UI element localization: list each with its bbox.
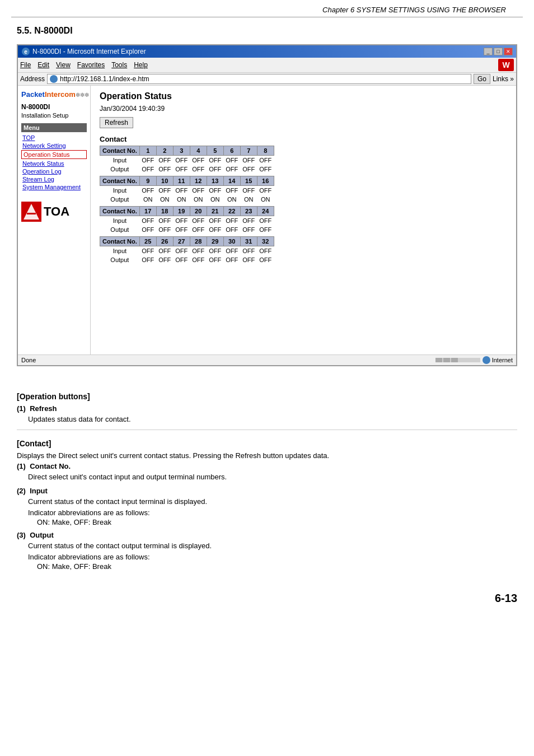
contact-table-4: Contact No. 25 26 27 28 29 30 31 32 Inpu… — [100, 236, 274, 264]
contact-header-20: 20 — [190, 207, 207, 216]
restore-button[interactable]: □ — [494, 48, 503, 55]
ie-logo-icon: W — [498, 59, 514, 71]
doc-refresh-desc: Updates status data for contact. — [17, 414, 517, 425]
input-3-2: OFF — [156, 216, 173, 226]
doc-contact-no-desc: Direct select unit's contact input and o… — [17, 472, 517, 483]
output-1-8: OFF — [257, 165, 274, 174]
browser-titlebar: e N-8000DI - Microsoft Internet Explorer… — [18, 45, 516, 58]
output-2-3: ON — [173, 195, 190, 204]
contact-header-32: 32 — [257, 237, 274, 246]
datetime: Jan/30/2004 19:40:39 — [100, 105, 507, 113]
contact-header-2: 2 — [156, 146, 173, 156]
svg-text:e: e — [24, 49, 27, 55]
minimize-button[interactable]: _ — [484, 48, 493, 55]
input-1-7: OFF — [240, 156, 257, 165]
doc-output-extra1: Indicator abbreviations are as follows: — [17, 552, 517, 563]
address-label: Address — [20, 75, 45, 83]
address-field[interactable]: http://192.168.1.1/index-e.htm — [47, 74, 471, 84]
output-3-3: OFF — [173, 225, 190, 234]
output-4-7: OFF — [240, 255, 257, 264]
contact-header-6: 6 — [223, 146, 240, 156]
doc-contact-no-title: (1) Contact No. — [17, 462, 517, 470]
sidebar-link-operation-status[interactable]: Operation Status — [21, 150, 87, 159]
input-3-6: OFF — [223, 216, 240, 226]
browser-content: PacketIntercom✽✽✽ N-8000DI Installation … — [18, 86, 516, 354]
contact-header-label-3: Contact No. — [100, 207, 140, 216]
input-4-1: OFF — [139, 246, 156, 256]
doc-refresh-title: (1) Refresh — [17, 404, 517, 413]
menu-help[interactable]: Help — [134, 61, 148, 69]
browser-window: e N-8000DI - Microsoft Internet Explorer… — [17, 44, 517, 366]
input-1-2: OFF — [156, 156, 173, 165]
ie-icon: e — [21, 47, 30, 56]
output-1-7: OFF — [240, 165, 257, 174]
doc-input-desc: Current status of the contact input term… — [17, 496, 517, 507]
contact-header-12: 12 — [190, 176, 207, 186]
browser-statusbar: Done Internet — [18, 354, 516, 365]
input-2-4: OFF — [190, 186, 207, 195]
sidebar-link-top[interactable]: TOP — [21, 134, 87, 141]
input-1-3: OFF — [173, 156, 190, 165]
svg-rect-6 — [27, 213, 36, 214]
menu-file[interactable]: File — [20, 61, 31, 69]
browser-controls[interactable]: _ □ ✕ — [484, 48, 513, 55]
address-url[interactable]: http://192.168.1.1/index-e.htm — [60, 75, 149, 83]
contact-header-19: 19 — [173, 207, 190, 216]
input-2-3: OFF — [173, 186, 190, 195]
output-3-8: OFF — [257, 225, 274, 234]
output-3-7: OFF — [240, 225, 257, 234]
input-3-8: OFF — [257, 216, 274, 226]
output-label-3: Output — [100, 225, 140, 234]
doc-output-extra2: ON: Make, OFF: Break — [17, 562, 517, 571]
doc-output-item: (3) Output Current status of the contact… — [17, 531, 517, 571]
contact-header-10: 10 — [156, 176, 173, 186]
output-2-6: ON — [223, 195, 240, 204]
contact-header-5: 5 — [207, 146, 223, 156]
sidebar-device-name: N-8000DI — [21, 103, 87, 111]
operation-status-title: Operation Status — [100, 91, 507, 101]
output-3-2: OFF — [156, 225, 173, 234]
output-2-2: ON — [156, 195, 173, 204]
sidebar-link-system-management[interactable]: System Management — [21, 184, 87, 190]
page-number: 6-13 — [0, 586, 534, 610]
sidebar-link-network-status[interactable]: Network Status — [21, 160, 87, 167]
output-1-6: OFF — [223, 165, 240, 174]
sidebar-logo: PacketIntercom✽✽✽ — [21, 90, 87, 99]
sidebar: PacketIntercom✽✽✽ N-8000DI Installation … — [18, 86, 91, 354]
status-done: Done — [21, 357, 36, 363]
menu-edit[interactable]: Edit — [38, 61, 49, 69]
input-2-6: OFF — [223, 186, 240, 195]
output-1-1: OFF — [139, 165, 156, 174]
output-2-1: ON — [139, 195, 156, 204]
browser-title: N-8000DI - Microsoft Internet Explorer — [32, 48, 146, 55]
output-1-3: OFF — [173, 165, 190, 174]
address-icon — [50, 75, 58, 83]
input-4-2: OFF — [156, 246, 173, 256]
sidebar-device-sub: Installation Setup — [21, 112, 87, 119]
input-4-6: OFF — [223, 246, 240, 256]
output-2-7: ON — [240, 195, 257, 204]
contact-header-label-1: Contact No. — [100, 146, 140, 156]
sidebar-link-stream-log[interactable]: Stream Log — [21, 176, 87, 183]
output-3-6: OFF — [223, 225, 240, 234]
output-2-8: ON — [257, 195, 274, 204]
menu-tools[interactable]: Tools — [111, 61, 127, 69]
links-button[interactable]: Links » — [493, 75, 514, 83]
contact-table-2: Contact No. 9 10 11 12 13 14 15 16 Input… — [100, 176, 274, 204]
menu-favorites[interactable]: Favorites — [77, 61, 105, 69]
input-3-5: OFF — [207, 216, 223, 226]
sidebar-link-operation-log[interactable]: Operation Log — [21, 168, 87, 175]
contact-header-30: 30 — [223, 237, 240, 246]
sidebar-link-network-setting[interactable]: Network Setting — [21, 142, 87, 149]
output-2-4: ON — [190, 195, 207, 204]
contact-header-26: 26 — [156, 237, 173, 246]
main-content: Operation Status Jan/30/2004 19:40:39 Re… — [91, 86, 516, 354]
refresh-button[interactable]: Refresh — [100, 117, 133, 128]
logo-intercom: Intercom — [45, 90, 76, 99]
menu-view[interactable]: View — [56, 61, 71, 69]
output-4-6: OFF — [223, 255, 240, 264]
contact-header-14: 14 — [223, 176, 240, 186]
go-button[interactable]: Go — [474, 74, 490, 84]
output-3-4: OFF — [190, 225, 207, 234]
close-button[interactable]: ✕ — [504, 48, 513, 55]
